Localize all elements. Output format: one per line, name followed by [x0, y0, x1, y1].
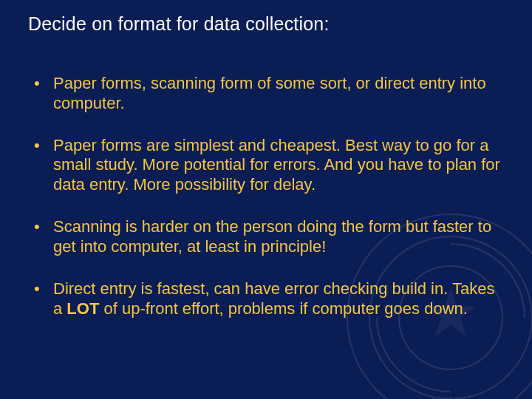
bullet-text: Paper forms are simplest and cheapest. B… [53, 136, 500, 194]
list-item: Paper forms are simplest and cheapest. B… [28, 136, 504, 195]
svg-text:DAVIS: DAVIS [432, 395, 471, 399]
slide-title: Decide on format for data collection: [28, 13, 330, 35]
bullet-list: Paper forms, scanning form of some sort,… [28, 74, 504, 318]
bullet-text-bold: LOT [66, 299, 99, 318]
bullet-text: Scanning is harder on the person doing t… [53, 217, 491, 256]
slide-body: Paper forms, scanning form of some sort,… [28, 74, 504, 341]
bullet-text-post: of up-front effort, problems if computer… [99, 299, 468, 318]
slide: DAVIS Decide on format for data collecti… [0, 0, 532, 399]
list-item: Paper forms, scanning form of some sort,… [28, 74, 504, 114]
list-item: Scanning is harder on the person doing t… [28, 217, 504, 257]
list-item: Direct entry is fastest, can have error … [28, 279, 504, 319]
bullet-text: Paper forms, scanning form of some sort,… [53, 74, 486, 112]
